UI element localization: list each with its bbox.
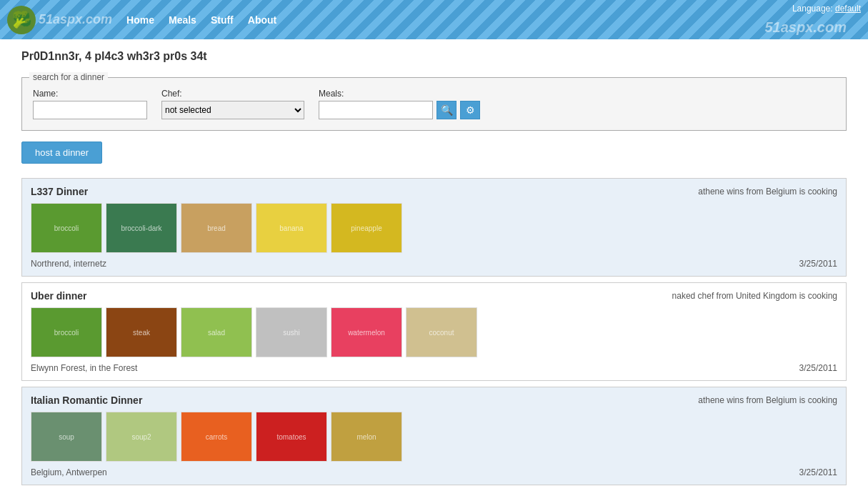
food-image: melon bbox=[331, 412, 402, 462]
chef-label: Chef: bbox=[161, 89, 304, 99]
dinner-card: Uber dinnernaked chef from United Kingdo… bbox=[21, 282, 847, 381]
dinner-footer: Belgium, Antwerpen3/25/2011 bbox=[31, 467, 837, 477]
food-image: sushi bbox=[256, 307, 327, 357]
food-image: pineapple bbox=[331, 203, 402, 253]
food-image: broccoli bbox=[31, 307, 102, 357]
broccoli-icon: 🥦 bbox=[7, 6, 36, 34]
header-watermark: 51aspx.com bbox=[764, 19, 847, 36]
language-selector: Language: default bbox=[792, 4, 861, 14]
food-image: tomatoes bbox=[256, 412, 327, 462]
nav-meals[interactable]: Meals bbox=[169, 14, 196, 26]
dinner-images: broccolisteaksaladsushiwatermeloncoconut bbox=[31, 307, 837, 357]
name-label: Name: bbox=[33, 89, 147, 99]
meals-row: 🔍 ⚙ bbox=[319, 101, 480, 119]
dinner-chef: athene wins from Belgium is cooking bbox=[698, 395, 837, 405]
food-image: broccoli bbox=[31, 203, 102, 253]
name-field: Name: bbox=[33, 89, 147, 119]
site-name: 51aspx.com bbox=[39, 12, 112, 27]
chef-select[interactable]: not selected bbox=[161, 101, 304, 119]
dinner-location: Northrend, internetz bbox=[31, 259, 106, 269]
search-button[interactable]: 🔍 bbox=[437, 101, 457, 119]
dinner-date: 3/25/2011 bbox=[799, 259, 837, 269]
food-image: coconut bbox=[406, 307, 477, 357]
dinner-header: Italian Romantic Dinnerathene wins from … bbox=[31, 395, 837, 406]
food-image: soup2 bbox=[106, 412, 177, 462]
dinner-name: Uber dinner bbox=[31, 290, 87, 302]
search-row: Name: Chef: not selected Meals: 🔍 ⚙ bbox=[33, 89, 835, 119]
food-image: banana bbox=[256, 203, 327, 253]
name-input[interactable] bbox=[33, 101, 147, 119]
dinner-location: Elwynn Forest, in the Forest bbox=[31, 363, 137, 373]
dinner-header: L337 Dinnerathene wins from Belgium is c… bbox=[31, 186, 837, 197]
nav-about[interactable]: About bbox=[248, 14, 276, 26]
dinner-header: Uber dinnernaked chef from United Kingdo… bbox=[31, 290, 837, 302]
language-label: Language: bbox=[792, 4, 833, 14]
dinner-chef: naked chef from United Kingdom is cookin… bbox=[672, 291, 837, 301]
search-box: search for a dinner Name: Chef: not sele… bbox=[21, 77, 847, 131]
dinner-date: 3/25/2011 bbox=[799, 467, 837, 477]
food-image: soup bbox=[31, 412, 102, 462]
chef-field: Chef: not selected bbox=[161, 89, 304, 119]
food-image: bread bbox=[181, 203, 252, 253]
dinner-name: Italian Romantic Dinner bbox=[31, 395, 142, 406]
language-link[interactable]: default bbox=[835, 4, 861, 14]
settings-icon: ⚙ bbox=[466, 104, 475, 116]
meals-input[interactable] bbox=[319, 101, 433, 119]
dinner-images: soupsoup2carrotstomatoesmelon bbox=[31, 412, 837, 462]
dinner-footer: Elwynn Forest, in the Forest3/25/2011 bbox=[31, 363, 837, 373]
dinner-list: L337 Dinnerathene wins from Belgium is c… bbox=[21, 178, 847, 485]
logo: 🥦 51aspx.com bbox=[7, 6, 112, 34]
dinner-chef: athene wins from Belgium is cooking bbox=[698, 187, 837, 197]
food-image: watermelon bbox=[331, 307, 402, 357]
meals-label: Meals: bbox=[319, 89, 480, 99]
dinner-name: L337 Dinner bbox=[31, 186, 88, 197]
dinner-date: 3/25/2011 bbox=[799, 363, 837, 373]
food-image: steak bbox=[106, 307, 177, 357]
meals-field: Meals: 🔍 ⚙ bbox=[319, 89, 480, 119]
main-nav: Home Meals Stuff About bbox=[126, 14, 276, 26]
dinner-location: Belgium, Antwerpen bbox=[31, 467, 107, 477]
nav-stuff[interactable]: Stuff bbox=[211, 14, 234, 26]
main-content: Pr0D1nn3r, 4 pl4c3 wh3r3 pr0s 34t search… bbox=[0, 39, 868, 486]
host-dinner-button[interactable]: host a dinner bbox=[21, 142, 102, 164]
search-legend: search for a dinner bbox=[29, 72, 108, 82]
dinner-images: broccolibroccoli-darkbreadbananapineappl… bbox=[31, 203, 837, 253]
food-image: broccoli-dark bbox=[106, 203, 177, 253]
dinner-footer: Northrend, internetz3/25/2011 bbox=[31, 259, 837, 269]
dinner-card: Italian Romantic Dinnerathene wins from … bbox=[21, 387, 847, 485]
header: 🥦 51aspx.com Home Meals Stuff About Lang… bbox=[0, 0, 868, 39]
food-image: carrots bbox=[181, 412, 252, 462]
page-title: Pr0D1nn3r, 4 pl4c3 wh3r3 pr0s 34t bbox=[21, 50, 847, 63]
settings-button[interactable]: ⚙ bbox=[460, 101, 480, 119]
dinner-card: L337 Dinnerathene wins from Belgium is c… bbox=[21, 178, 847, 277]
search-icon: 🔍 bbox=[441, 104, 453, 116]
nav-home[interactable]: Home bbox=[126, 14, 154, 26]
food-image: salad bbox=[181, 307, 252, 357]
